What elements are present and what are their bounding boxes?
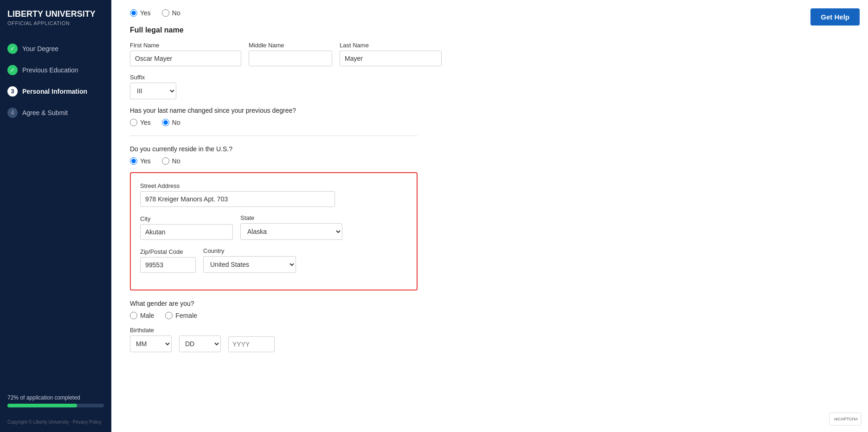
suffix-group: Suffix — I II III IV V Jr. Sr. [130,74,418,99]
sidebar-footer: 72% of application completed [0,387,111,415]
birthdate-yyyy-input[interactable] [228,336,275,352]
last-name-group: Last Name [340,42,442,66]
sidebar-title: LIBERTY UNIVERSITY [7,9,104,19]
step-icon-personal-information: 3 [7,86,18,97]
last-name-changed-no-radio[interactable] [162,119,169,126]
sidebar-label-personal-information: Personal Information [22,88,87,95]
top-no-label: No [172,9,180,17]
progress-label: 72% of application completed [7,394,104,401]
middle-name-label: Middle Name [249,42,332,49]
street-address-label: Street Address [140,182,407,189]
country-group: Country United States Canada Mexico Unit… [203,247,296,273]
gender-question: What gender are you? [130,300,418,307]
zip-group: Zip/Postal Code [140,248,196,273]
top-radio-group: Yes No [130,9,418,17]
reside-us-no-radio[interactable] [162,157,169,165]
reside-us-yes-label: Yes [140,157,151,165]
last-name-label: Last Name [340,42,442,49]
last-name-changed-no-label: No [172,119,180,126]
top-yes-option[interactable]: Yes [130,9,151,17]
last-name-changed-no-option[interactable]: No [162,119,180,126]
top-yes-radio[interactable] [130,9,137,17]
city-label: City [140,215,233,222]
progress-bar-background [7,404,104,407]
street-address-input[interactable] [140,191,335,207]
country-select[interactable]: United States Canada Mexico United Kingd… [203,256,296,273]
last-name-changed-radio-group: Yes No [130,119,418,126]
address-box: Street Address City State Alaska Alabama… [130,172,418,290]
reside-us-no-label: No [172,157,180,165]
progress-bar-fill [7,404,77,407]
form-section: Yes No Full legal name First Name Middle… [130,9,418,352]
middle-name-input[interactable] [249,51,332,66]
state-label: State [240,214,342,221]
last-name-input[interactable] [340,51,442,66]
gender-female-label: Female [175,312,197,319]
top-no-option[interactable]: No [162,9,180,17]
city-group: City [140,215,233,240]
gender-female-radio[interactable] [165,312,173,319]
recaptcha-text: reCAPTCHA [834,417,856,421]
gender-male-label: Male [140,312,154,319]
recaptcha-badge: reCAPTCHA [829,413,862,426]
last-name-changed-yes-label: Yes [140,119,151,126]
sidebar-subtitle: OFFICIAL APPLICATION [7,20,104,26]
first-name-label: First Name [130,42,241,49]
birthdate-row: MM 010203 040506 070809 101112 DD [130,335,418,352]
main-content: Get Help Yes No Full legal name First Na… [111,0,868,432]
gender-male-option[interactable]: Male [130,312,154,319]
full-legal-name-title: Full legal name [130,26,418,34]
reside-us-question: Do you currently reside in the U.S.? [130,145,418,153]
step-icon-agree-submit: 4 [7,108,18,118]
sidebar-label-agree-submit: Agree & Submit [22,109,68,116]
birthdate-label: Birthdate [130,327,418,334]
top-no-radio[interactable] [162,9,169,17]
reside-us-yes-option[interactable]: Yes [130,157,151,165]
sidebar-label-previous-education: Previous Education [22,66,78,74]
step-icon-your-degree: ✓ [7,44,18,54]
name-row: First Name Middle Name Last Name [130,42,418,66]
middle-name-group: Middle Name [249,42,332,66]
country-label: Country [203,247,296,254]
birthdate-dd-select[interactable]: DD [179,335,221,352]
last-name-changed-question: Has your last name changed since your pr… [130,107,418,114]
state-group: State Alaska Alabama Arizona Arkansas Ca… [240,214,342,240]
suffix-select[interactable]: — I II III IV V Jr. Sr. [130,83,176,99]
sidebar-item-previous-education[interactable]: ✓ Previous Education [0,59,111,81]
first-name-input[interactable] [130,51,241,66]
top-yes-label: Yes [140,9,151,17]
city-input[interactable] [140,224,233,240]
sidebar-label-your-degree: Your Degree [22,45,58,52]
street-address-group: Street Address [140,182,407,207]
divider [130,135,418,136]
sidebar-item-agree-submit[interactable]: 4 Agree & Submit [0,102,111,123]
gender-male-radio[interactable] [130,312,137,319]
sidebar-nav: ✓ Your Degree ✓ Previous Education 3 Per… [0,38,111,387]
gender-female-option[interactable]: Female [165,312,197,319]
first-name-group: First Name [130,42,241,66]
zip-input[interactable] [140,257,196,273]
city-state-row: City State Alaska Alabama Arizona Arkans… [140,214,407,240]
state-select[interactable]: Alaska Alabama Arizona Arkansas Californ… [240,223,342,240]
suffix-label: Suffix [130,74,418,81]
step-icon-previous-education: ✓ [7,65,18,75]
sidebar-header: LIBERTY UNIVERSITY OFFICIAL APPLICATION [0,0,111,33]
reside-us-yes-radio[interactable] [130,157,137,165]
sidebar-copyright: Copyright © Liberty University · Privacy… [0,415,111,432]
zip-country-row: Zip/Postal Code Country United States Ca… [140,247,407,273]
zip-label: Zip/Postal Code [140,248,196,255]
birthdate-mm-select[interactable]: MM 010203 040506 070809 101112 [130,335,172,352]
sidebar-item-personal-information[interactable]: 3 Personal Information [0,81,111,102]
birthdate-group: Birthdate MM 010203 040506 070809 101112… [130,327,418,352]
reside-us-no-option[interactable]: No [162,157,180,165]
last-name-changed-yes-radio[interactable] [130,119,137,126]
sidebar: LIBERTY UNIVERSITY OFFICIAL APPLICATION … [0,0,111,432]
reside-us-radio-group: Yes No [130,157,418,165]
last-name-changed-yes-option[interactable]: Yes [130,119,151,126]
get-help-button[interactable]: Get Help [810,8,860,26]
gender-radio-group: Male Female [130,312,418,319]
sidebar-item-your-degree[interactable]: ✓ Your Degree [0,38,111,59]
